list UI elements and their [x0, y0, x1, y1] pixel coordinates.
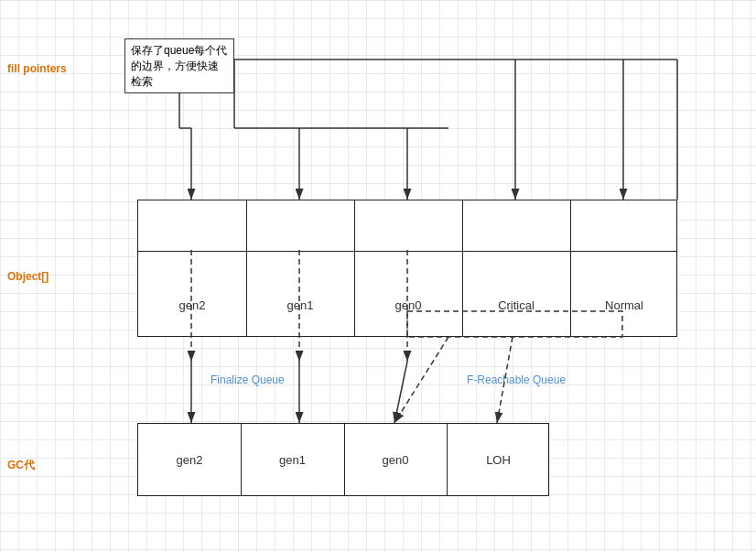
obj-cell-gen1: gen1 — [246, 298, 354, 311]
obj-cell-gen2: gen2 — [138, 298, 246, 311]
fill-pointers-label: fill pointers — [7, 62, 67, 75]
obj-cell-normal: Normal — [570, 298, 678, 311]
tooltip-text: 保存了queue每个代的边界，方便快速检索 — [131, 44, 227, 88]
gc-gen-box: gen2 gen1 gen0 LOH — [137, 423, 549, 496]
object-arr-label: Object[] — [7, 270, 49, 283]
obj-divider-1 — [246, 200, 247, 336]
obj-divider-4 — [570, 200, 571, 336]
f-reachable-queue-label: F-Reachable Queue — [467, 373, 566, 386]
obj-cell-gen0: gen0 — [354, 298, 462, 311]
obj-row-separator — [138, 251, 676, 252]
obj-divider-2 — [354, 200, 355, 336]
finalize-queue-label: Finalize Queue — [211, 373, 285, 386]
tooltip-box: 保存了queue每个代的边界，方便快速检索 — [124, 38, 234, 93]
gc-cell-loh: LOH — [447, 453, 550, 467]
gc-cell-gen1: gen1 — [241, 453, 344, 467]
gc-cell-gen0: gen0 — [344, 453, 447, 467]
object-array-box: gen2 gen1 gen0 Critical Normal — [137, 200, 677, 337]
obj-cell-critical: Critical — [462, 298, 570, 311]
gc-cell-gen2: gen2 — [138, 453, 241, 467]
obj-divider-3 — [462, 200, 463, 336]
gc-gen-label: GC代 — [7, 458, 35, 473]
